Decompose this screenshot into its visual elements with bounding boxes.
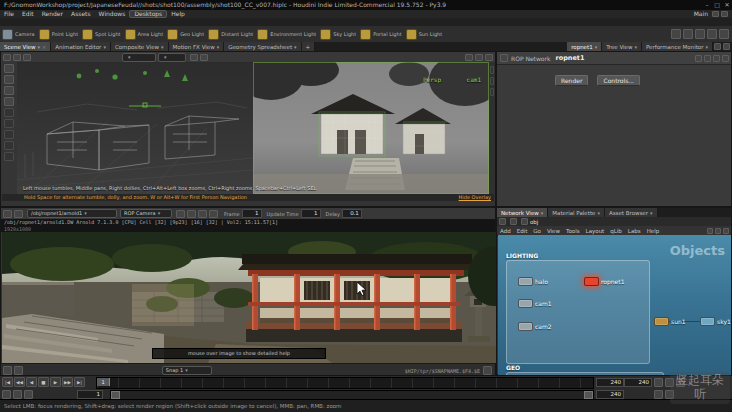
gamma-icon[interactable]	[198, 210, 207, 218]
snapshot-icon[interactable]	[176, 210, 185, 218]
menu-windows[interactable]: Windows	[95, 10, 130, 18]
camera-select[interactable]: ROP Camera▾	[120, 209, 172, 218]
view-single-icon[interactable]	[485, 54, 493, 61]
frame-field[interactable]: 1	[242, 209, 262, 218]
help-icon[interactable]	[722, 55, 729, 62]
update-time-field[interactable]: 1	[301, 209, 321, 218]
pane-tab-asset-browser[interactable]: Asset Browser▾	[605, 208, 658, 217]
prev-frame-button[interactable]: ◀	[26, 377, 37, 387]
menu-render[interactable]: Render	[38, 10, 67, 18]
node-sky1[interactable]: sky1	[700, 317, 731, 326]
shelf-tool-point-light[interactable]: Point Light	[39, 26, 78, 42]
render-start-icon[interactable]	[3, 210, 12, 218]
net-menu-help[interactable]: Help	[644, 228, 663, 234]
desktop-menu-icon[interactable]	[712, 11, 719, 17]
shelf-extra-icon[interactable]	[707, 29, 717, 39]
pane-maximize-icon[interactable]	[723, 43, 730, 50]
region-icon[interactable]	[209, 210, 218, 218]
menu-desktops[interactable]: Desktops	[129, 10, 167, 18]
range-lock-icon[interactable]	[2, 390, 11, 399]
range-start-field[interactable]: 1	[77, 390, 103, 399]
lighting-box-label[interactable]: LIGHTING	[506, 252, 538, 259]
viewport-camera-select[interactable]: ▾	[158, 53, 186, 62]
pane-tab-tree-view[interactable]: Tree View▾	[602, 42, 642, 51]
shelf-tool-sky-light[interactable]: Sky Light	[320, 26, 356, 42]
jump-end-button[interactable]: ▶|	[74, 377, 85, 387]
shelf-tool-geo-light[interactable]: Geo Light	[167, 26, 204, 42]
key-tool-icon[interactable]	[4, 141, 14, 150]
range-options-icon[interactable]	[13, 390, 22, 399]
snapshot-load-icon[interactable]	[14, 366, 23, 375]
pane-split-icon[interactable]	[714, 43, 721, 50]
lock-icon[interactable]	[713, 55, 720, 62]
play-button[interactable]: ▶	[50, 377, 61, 387]
keyframe-icon[interactable]	[24, 390, 33, 399]
shelf-tool-portal-light[interactable]: Portal Light	[360, 26, 401, 42]
desktop-selector[interactable]: Main	[690, 10, 712, 18]
lighting-network-box[interactable]	[506, 260, 650, 364]
grid-snap-icon[interactable]	[13, 54, 21, 61]
breadcrumb[interactable]: obj	[530, 219, 538, 225]
net-menu-layout[interactable]: Layout	[583, 228, 608, 234]
pane-tab-motion-fx-view[interactable]: Motion FX View▾	[169, 42, 225, 51]
display-options-icon[interactable]	[200, 54, 208, 61]
menu-edit[interactable]: Edit	[18, 10, 38, 18]
net-toolbar-icon[interactable]	[723, 228, 729, 234]
node-cam1[interactable]: cam1	[518, 299, 552, 308]
pane-tab-animation-editor[interactable]: Animation Editor▾	[51, 42, 111, 51]
jump-start-button[interactable]: |◀	[2, 377, 13, 387]
snapshot-camera-icon[interactable]	[483, 366, 492, 375]
pane-tab-ropnet1[interactable]: ropnet1▾	[567, 42, 602, 51]
layout-menu-icon[interactable]	[721, 11, 728, 17]
viewport-right-cam1[interactable]: Persp cam1	[253, 62, 489, 194]
net-toolbar-icon[interactable]	[707, 228, 713, 234]
node-halo[interactable]: halo	[518, 277, 548, 286]
net-menu-view[interactable]: View	[544, 228, 563, 234]
pane-tab-network-view[interactable]: Network View▾	[497, 208, 548, 217]
shelf-extra-icon[interactable]	[671, 29, 681, 39]
aov-icon[interactable]	[187, 210, 196, 218]
pane-tab-material-palette[interactable]: Material Palette▾	[548, 208, 605, 217]
rendered-image[interactable]: mouse over image to show detailed help	[2, 232, 496, 363]
snapshot-save-icon[interactable]	[3, 366, 12, 375]
net-menu-labs[interactable]: Labs	[625, 228, 644, 234]
pane-tab-geometry-spreadsheet[interactable]: Geometry Spreadsheet▾	[224, 42, 301, 51]
gear-icon[interactable]	[704, 55, 711, 62]
net-menu-add[interactable]: Add	[497, 228, 514, 234]
shelf-extra-icon[interactable]	[719, 29, 729, 39]
net-menu-edit[interactable]: Edit	[514, 228, 531, 234]
view-tool-icon[interactable]	[4, 130, 14, 139]
pane-tab-performance-monitor[interactable]: Performance Monitor▾	[642, 42, 713, 51]
flipbook-icon[interactable]	[654, 390, 663, 399]
net-menu-go[interactable]: Go	[530, 228, 544, 234]
timeline-ruler[interactable]: 1	[96, 377, 594, 389]
shelf-tool-spot-light[interactable]: Spot Light	[82, 26, 120, 42]
end-frame-field-2[interactable]: 240	[624, 378, 652, 387]
shelf-tool-camera[interactable]: Camera	[2, 26, 35, 42]
snapshot-tool-icon[interactable]	[4, 152, 14, 161]
close-icon[interactable]: ×	[42, 44, 46, 50]
shelf-tool-area-light[interactable]: Area Light	[125, 26, 164, 42]
translate-tool-icon[interactable]	[4, 75, 14, 84]
net-menu-qlib[interactable]: qLib	[607, 228, 625, 234]
delay-field[interactable]: 0.1	[342, 209, 362, 218]
view-persp-icon[interactable]	[465, 54, 473, 61]
node-ropnet1[interactable]: ropnet1	[584, 277, 624, 286]
minimize-button[interactable]: –	[702, 0, 712, 10]
forward-icon[interactable]	[510, 218, 517, 225]
view-option-icon[interactable]	[490, 77, 494, 85]
end-frame-field[interactable]: 240	[596, 378, 624, 387]
view-option-icon[interactable]	[490, 66, 494, 74]
prev-key-button[interactable]: ◀◀	[14, 377, 25, 387]
point-snap-icon[interactable]	[23, 54, 31, 61]
select-tool-icon[interactable]	[4, 64, 14, 73]
node-cam2[interactable]: cam2	[518, 322, 552, 331]
shelf-extra-icon[interactable]	[683, 29, 693, 39]
playhead[interactable]: 1	[97, 378, 110, 386]
shelf-tool-distant-light[interactable]: Distant Light	[208, 26, 253, 42]
net-menu-tools[interactable]: Tools	[563, 228, 583, 234]
viewport-layout-select[interactable]: ▾	[122, 53, 156, 62]
shelf-tool-environment-light[interactable]: Environment Light	[257, 26, 316, 42]
playbar-options-icon[interactable]	[654, 378, 663, 387]
snap-icon[interactable]	[3, 54, 11, 61]
